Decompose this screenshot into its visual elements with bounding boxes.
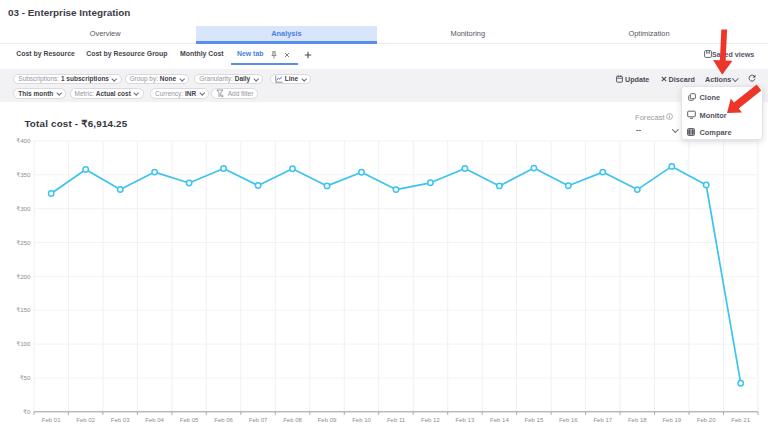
svg-text:₹350: ₹350 <box>16 171 31 178</box>
svg-text:Feb 17: Feb 17 <box>593 417 612 423</box>
svg-text:₹150: ₹150 <box>16 306 31 313</box>
svg-text:Feb 02: Feb 02 <box>76 417 95 423</box>
svg-text:₹50: ₹50 <box>20 374 31 381</box>
svg-text:Feb 04: Feb 04 <box>145 417 164 423</box>
svg-text:Feb 14: Feb 14 <box>490 417 509 423</box>
svg-text:₹100: ₹100 <box>16 340 31 347</box>
svg-text:₹400: ₹400 <box>16 137 31 144</box>
svg-text:₹0: ₹0 <box>23 408 31 415</box>
svg-text:₹200: ₹200 <box>16 273 31 280</box>
svg-text:Feb 21: Feb 21 <box>731 417 750 423</box>
svg-text:₹300: ₹300 <box>16 205 31 212</box>
svg-text:Feb 05: Feb 05 <box>180 417 199 423</box>
svg-text:Feb 15: Feb 15 <box>525 417 544 423</box>
svg-text:Feb 19: Feb 19 <box>662 417 681 423</box>
svg-text:Feb 20: Feb 20 <box>697 417 716 423</box>
svg-text:Feb 18: Feb 18 <box>628 417 647 423</box>
svg-text:Feb 09: Feb 09 <box>318 417 337 423</box>
svg-text:Feb 11: Feb 11 <box>387 417 406 423</box>
svg-text:Feb 07: Feb 07 <box>249 417 268 423</box>
svg-text:Feb 03: Feb 03 <box>111 417 130 423</box>
svg-text:Feb 10: Feb 10 <box>352 417 371 423</box>
svg-text:₹250: ₹250 <box>16 239 31 246</box>
svg-text:Feb 12: Feb 12 <box>421 417 440 423</box>
svg-text:Feb 01: Feb 01 <box>42 417 61 423</box>
svg-text:Feb 16: Feb 16 <box>559 417 578 423</box>
svg-text:Feb 06: Feb 06 <box>214 417 233 423</box>
svg-text:Feb 13: Feb 13 <box>456 417 475 423</box>
svg-text:Feb 08: Feb 08 <box>283 417 302 423</box>
